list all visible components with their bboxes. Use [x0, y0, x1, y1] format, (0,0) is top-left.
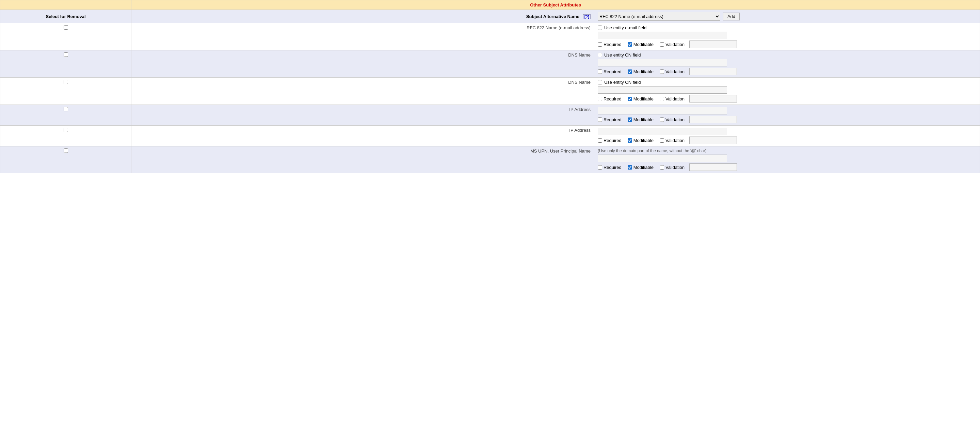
required-label: Required [603, 96, 622, 102]
table-row: IP AddressRequiredModifiableValidation [0, 105, 980, 126]
row-checkbox-cell [0, 50, 131, 78]
san-value-input[interactable] [598, 154, 727, 162]
entity-field-checkbox[interactable] [598, 53, 602, 57]
validation-value-input[interactable] [689, 137, 737, 144]
text-input-row [598, 32, 976, 39]
modifiable-checkbox[interactable] [628, 118, 632, 122]
validation-label: Validation [665, 96, 684, 102]
entity-field-checkbox[interactable] [598, 80, 602, 84]
text-input-row [598, 107, 976, 115]
validation-checkbox[interactable] [660, 165, 664, 170]
required-checkbox[interactable] [598, 165, 602, 170]
entity-field-checkbox[interactable] [598, 25, 602, 30]
entity-field-row: Use entity e-mail field [598, 25, 976, 30]
entity-field-label: Use entity e-mail field [604, 25, 646, 30]
row-select-checkbox[interactable] [64, 25, 68, 30]
row-type-label: IP Address [131, 126, 594, 146]
options-row: RequiredModifiableValidation [598, 41, 976, 48]
modifiable-label: Modifiable [633, 117, 654, 122]
table-row: IP AddressRequiredModifiableValidation [0, 126, 980, 146]
required-checkbox[interactable] [598, 42, 602, 47]
row-select-checkbox[interactable] [64, 80, 68, 84]
row-select-checkbox[interactable] [64, 148, 68, 153]
text-input-row [598, 154, 976, 162]
validation-label: Validation [665, 117, 684, 122]
san-value-input[interactable] [598, 128, 727, 135]
validation-value-input[interactable] [689, 116, 737, 123]
validation-checkbox[interactable] [660, 70, 664, 74]
san-label: Subject Alternative Name [526, 14, 579, 19]
validation-value-input[interactable] [689, 164, 737, 171]
main-table: Other Subject Attributes Select for Remo… [0, 0, 980, 173]
validation-label: Validation [665, 138, 684, 143]
row-checkbox-cell [0, 23, 131, 50]
san-control-cell: RFC 822 Name (e-mail address) DNS Name I… [594, 10, 980, 23]
required-checkbox[interactable] [598, 118, 602, 122]
row-content-cell: Use entity e-mail fieldRequiredModifiabl… [594, 23, 980, 50]
modifiable-checkbox[interactable] [628, 138, 632, 143]
validation-value-input[interactable] [689, 95, 737, 102]
required-label: Required [603, 165, 622, 170]
row-content-cell: Use entity CN fieldRequiredModifiableVal… [594, 50, 980, 78]
row-type-label: DNS Name [131, 78, 594, 105]
validation-label: Validation [665, 42, 684, 47]
row-content-cell: RequiredModifiableValidation [594, 126, 980, 146]
entity-field-row: Use entity CN field [598, 53, 976, 57]
validation-checkbox[interactable] [660, 118, 664, 122]
row-content-cell: Use entity CN fieldRequiredModifiableVal… [594, 78, 980, 105]
san-value-input[interactable] [598, 107, 727, 115]
modifiable-label: Modifiable [633, 42, 654, 47]
text-input-row [598, 128, 976, 135]
modifiable-checkbox[interactable] [628, 42, 632, 47]
row-checkbox-cell [0, 105, 131, 126]
validation-checkbox[interactable] [660, 42, 664, 47]
row-select-checkbox[interactable] [64, 53, 68, 57]
options-row: RequiredModifiableValidation [598, 68, 976, 75]
san-value-input[interactable] [598, 86, 727, 94]
modifiable-checkbox[interactable] [628, 97, 632, 101]
validation-value-input[interactable] [689, 68, 737, 75]
row-type-label: IP Address [131, 105, 594, 126]
row-select-checkbox[interactable] [64, 128, 68, 132]
row-content-cell: (Use only the domain part of the name, w… [594, 146, 980, 173]
options-row: RequiredModifiableValidation [598, 116, 976, 123]
san-help-link[interactable]: [?] [583, 14, 590, 19]
modifiable-checkbox[interactable] [628, 70, 632, 74]
header-col1 [0, 0, 131, 10]
add-san-button[interactable]: Add [723, 13, 740, 21]
san-type-select[interactable]: RFC 822 Name (e-mail address) DNS Name I… [598, 12, 720, 21]
options-row: RequiredModifiableValidation [598, 164, 976, 171]
modifiable-label: Modifiable [633, 69, 654, 74]
row-select-checkbox[interactable] [64, 107, 68, 111]
table-row: RFC 822 Name (e-mail address)Use entity … [0, 23, 980, 50]
table-row: DNS NameUse entity CN fieldRequiredModif… [0, 78, 980, 105]
modifiable-label: Modifiable [633, 138, 654, 143]
entity-field-label: Use entity CN field [604, 53, 641, 57]
required-label: Required [603, 138, 622, 143]
validation-value-input[interactable] [689, 41, 737, 48]
modifiable-checkbox[interactable] [628, 165, 632, 170]
header-title: Other Subject Attributes [131, 0, 980, 10]
san-value-input[interactable] [598, 59, 727, 67]
subheader-row: Select for Removal Subject Alternative N… [0, 10, 980, 23]
required-checkbox[interactable] [598, 97, 602, 101]
text-input-row [598, 86, 976, 94]
entity-field-row: Use entity CN field [598, 80, 976, 85]
required-checkbox[interactable] [598, 138, 602, 143]
row-type-label: MS UPN, User Principal Name [131, 146, 594, 173]
modifiable-label: Modifiable [633, 165, 654, 170]
row-checkbox-cell [0, 126, 131, 146]
validation-checkbox[interactable] [660, 97, 664, 101]
table-row: DNS NameUse entity CN fieldRequiredModif… [0, 50, 980, 78]
validation-label: Validation [665, 165, 684, 170]
san-label-cell: Subject Alternative Name [?] [131, 10, 594, 23]
entity-field-label: Use entity CN field [604, 80, 641, 85]
table-row: MS UPN, User Principal Name(Use only the… [0, 146, 980, 173]
text-input-row [598, 59, 976, 67]
row-type-label: DNS Name [131, 50, 594, 78]
required-checkbox[interactable] [598, 70, 602, 74]
select-removal-label: Select for Removal [0, 10, 131, 23]
san-value-input[interactable] [598, 32, 727, 39]
validation-checkbox[interactable] [660, 138, 664, 143]
modifiable-label: Modifiable [633, 96, 654, 102]
